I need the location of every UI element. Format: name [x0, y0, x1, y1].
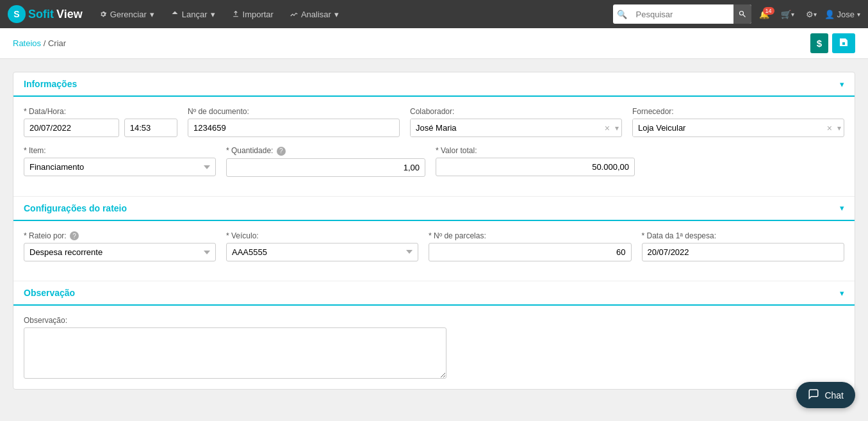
informacoes-collapse-icon[interactable]: ▾ [840, 79, 844, 89]
save-icon [839, 37, 849, 49]
notification-badge: 14 [763, 7, 774, 15]
item-label: * Item: [24, 146, 216, 155]
search-box[interactable]: 🔍 [613, 4, 751, 24]
navbar-right: 🔍 🔔 14 🛒 ▾ ⚙ ▾ 👤 Jose ▾ [613, 4, 860, 24]
cart-arrow: ▾ [791, 11, 794, 18]
datetime-inputs [24, 119, 177, 137]
breadcrumb-current: Criar [48, 38, 66, 48]
dollar-button[interactable]: $ [810, 33, 828, 53]
nav-importar[interactable]: Importar [225, 0, 280, 28]
rateio-help-icon[interactable]: ? [70, 231, 79, 240]
fornecedor-arrow-btn[interactable]: ▾ [835, 124, 844, 133]
observacao-collapse-icon[interactable]: ▾ [840, 288, 844, 298]
observacao-group: Observação: [24, 316, 446, 379]
num-doc-input[interactable] [188, 119, 400, 137]
brand-view: View [56, 8, 83, 21]
data-input[interactable] [24, 119, 119, 137]
configuracoes-collapse-icon[interactable]: ▾ [840, 203, 844, 213]
save-button[interactable] [832, 33, 855, 53]
informacoes-title: Informações [24, 79, 77, 89]
fornecedor-clear-btn[interactable]: × [824, 123, 835, 133]
user-icon: 👤 [824, 10, 835, 19]
valor-total-input[interactable] [436, 158, 635, 176]
breadcrumb: Rateios / Criar [13, 38, 66, 48]
settings-arrow: ▾ [814, 11, 817, 18]
user-name: Jose [837, 10, 855, 19]
nav-gerenciar[interactable]: Gerenciar ▾ [93, 0, 161, 28]
search-input[interactable] [631, 10, 733, 19]
configuracoes-title: Configurações do rateio [24, 203, 127, 213]
rateio-por-label: * Rateio por: ? [24, 231, 216, 241]
fornecedor-group: Fornecedor: × ▾ [632, 107, 844, 137]
veiculo-label: * Veículo: [226, 231, 418, 240]
rateio-por-select[interactable]: Despesa recorrente [24, 243, 216, 261]
floppy-icon [839, 37, 849, 47]
quantidade-help-icon[interactable]: ? [277, 147, 286, 156]
user-arrow: ▾ [857, 11, 860, 18]
hora-input[interactable] [124, 119, 177, 137]
observacao-title: Observação [24, 288, 75, 298]
notification-bell[interactable]: 🔔 14 [755, 10, 773, 19]
num-doc-group: Nº de documento: [188, 107, 400, 137]
veiculo-select[interactable]: AAA5555 [226, 243, 418, 261]
arrow-icon [171, 10, 179, 18]
num-parcelas-group: * Nº de parcelas: [429, 231, 632, 262]
svg-line-1 [743, 15, 745, 17]
observacao-label: Observação: [24, 316, 446, 325]
nav-gerenciar-arrow: ▾ [150, 10, 154, 19]
nav-lancar[interactable]: Lançar ▾ [165, 0, 222, 28]
search-button[interactable] [733, 4, 751, 24]
nav-lancar-arrow: ▾ [211, 10, 215, 19]
nav-gerenciar-label: Gerenciar [110, 10, 147, 19]
user-menu[interactable]: 👤 Jose ▾ [824, 10, 860, 19]
breadcrumb-separator: / [44, 38, 48, 48]
valor-total-group: * Valor total: [436, 146, 635, 177]
data-hora-label: * Data/Hora: [24, 107, 177, 116]
configuracoes-row-1: * Rateio por: ? Despesa recorrente * Veí… [24, 231, 844, 262]
svg-point-0 [739, 12, 743, 15]
brand-sofit: Sofit [28, 8, 54, 21]
nav-analisar[interactable]: Analisar ▾ [284, 0, 345, 28]
brand-logo[interactable]: S Sofit View [8, 5, 83, 23]
configuracoes-body: * Rateio por: ? Despesa recorrente * Veí… [13, 221, 855, 281]
search-submit-icon [739, 10, 746, 18]
data-1a-group: * Data da 1ª despesa: [642, 231, 845, 262]
breadcrumb-parent-link[interactable]: Rateios [13, 38, 41, 48]
item-group: * Item: Financiamento [24, 146, 216, 177]
informacoes-body: * Data/Hora: Nº de documento: Colaborado… [13, 97, 855, 196]
colaborador-select[interactable]: × ▾ [410, 119, 622, 137]
informacoes-section-header[interactable]: Informações ▾ [13, 72, 855, 97]
colaborador-arrow-btn[interactable]: ▾ [612, 124, 621, 133]
rateio-por-group: * Rateio por: ? Despesa recorrente [24, 231, 216, 262]
gear-icon [99, 10, 107, 18]
veiculo-group: * Veículo: AAA5555 [226, 231, 418, 262]
breadcrumb-actions: $ [810, 33, 855, 53]
fornecedor-label: Fornecedor: [632, 107, 844, 116]
navbar: S Sofit View Gerenciar ▾ Lançar ▾ Import… [0, 0, 868, 28]
num-parcelas-input[interactable] [429, 243, 632, 261]
cart-icon: 🛒 [781, 10, 791, 19]
data-1a-input[interactable] [642, 243, 845, 261]
num-parcelas-label: * Nº de parcelas: [429, 231, 632, 240]
nav-importar-label: Importar [243, 10, 274, 19]
colaborador-clear-btn[interactable]: × [602, 123, 612, 133]
fornecedor-select[interactable]: × ▾ [632, 119, 844, 137]
settings-icon-btn[interactable]: ⚙ ▾ [802, 10, 821, 19]
observacao-section-header[interactable]: Observação ▾ [13, 281, 855, 306]
quantidade-input[interactable] [226, 158, 425, 177]
observacao-textarea[interactable] [24, 327, 446, 379]
breadcrumb-bar: Rateios / Criar $ [0, 28, 868, 59]
main-content: Informações ▾ * Data/Hora: Nº de documen… [0, 59, 868, 402]
fornecedor-input[interactable] [633, 119, 824, 136]
chat-button[interactable]: Chat [796, 382, 855, 402]
colaborador-input[interactable] [411, 119, 602, 136]
nav-lancar-label: Lançar [182, 10, 208, 19]
cart-icon-btn[interactable]: 🛒 ▾ [777, 10, 798, 19]
item-select[interactable]: Financiamento [24, 158, 216, 176]
chat-icon [808, 388, 819, 402]
data-hora-group: * Data/Hora: [24, 107, 177, 137]
configuracoes-section-header[interactable]: Configurações do rateio ▾ [13, 197, 855, 221]
observacao-body: Observação: [13, 306, 855, 389]
chart-icon [290, 10, 298, 18]
valor-total-label: * Valor total: [436, 146, 635, 155]
